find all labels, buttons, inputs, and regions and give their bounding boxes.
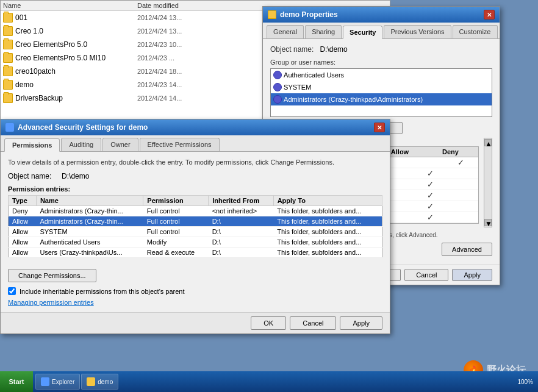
adv-object-name-label: Object name: (8, 172, 51, 180)
entry-inherited: D:\ (209, 248, 274, 258)
advanced-close-button[interactable]: ✕ (374, 123, 385, 132)
user-icon (273, 83, 282, 91)
properties-tabs: General Sharing Security Previous Versio… (263, 23, 500, 39)
folder-icon (3, 66, 13, 76)
tab-previous-versions[interactable]: Previous Versions (384, 25, 451, 38)
entry-permission: Modify (143, 237, 209, 248)
group-label: Group or user names: (270, 59, 492, 66)
advanced-button[interactable]: Advanced (442, 243, 492, 256)
folder-icon (3, 26, 13, 36)
user-item[interactable]: SYSTEM (271, 81, 492, 93)
adv-ok-button[interactable]: OK (251, 316, 286, 330)
taskbar-right: 100% (512, 379, 538, 385)
perm-entries-label: Permission entries: (8, 185, 382, 193)
entry-inherited: D:\ (209, 227, 274, 237)
folder-icon (3, 93, 13, 103)
folder-icon (3, 53, 13, 63)
taskbar-item[interactable]: Explorer (35, 374, 80, 390)
tab-sharing[interactable]: Sharing (305, 25, 342, 38)
object-name-value: D:\demo (320, 45, 347, 54)
col-permission: Permission (143, 196, 209, 206)
entry-type: Allow (9, 227, 37, 237)
table-row[interactable]: Allow SYSTEM Full control D:\ This folde… (9, 227, 382, 237)
scrollbar-down[interactable]: ▼ (484, 219, 492, 226)
col-type: Type (9, 196, 37, 206)
user-item-selected[interactable]: Administrators (Crazy-thinkpad\Administr… (271, 93, 492, 105)
entry-name: Authenticated Users (36, 237, 143, 248)
table-header-row: Type Name Permission Inherited From Appl… (9, 196, 382, 206)
tab-customize[interactable]: Customize (453, 25, 498, 38)
properties-close-button[interactable]: ✕ (484, 10, 495, 20)
tab-owner[interactable]: Owner (102, 138, 138, 151)
advanced-security-dialog: Advanced Security Settings for demo ✕ Pe… (0, 119, 390, 334)
entry-name: Administrators (Crazy-thin... (36, 206, 143, 216)
object-name-row: Object name: D:\demo (270, 45, 492, 54)
tab-effective-permissions[interactable]: Effective Permissions (140, 138, 220, 151)
info-text: To view details of a permission entry, d… (8, 158, 382, 167)
entry-permission: Full control (143, 227, 209, 237)
adv-object-name-value: D:\demo (62, 172, 89, 180)
entry-apply-to: This folder, subfolders and... (273, 227, 382, 237)
col-name: Name (36, 196, 143, 206)
object-name-label: Object name: (270, 45, 314, 54)
inherit-row: Include inheritable permissions from thi… (8, 287, 382, 295)
change-perm-row: Change Permissions... (8, 263, 382, 282)
entry-apply-to: This folder, subfolders and... (273, 237, 382, 248)
adv-apply-button[interactable]: Apply (340, 316, 382, 330)
advanced-body: To view details of a permission entry, d… (1, 152, 390, 312)
explorer-icon (41, 377, 49, 386)
inherit-checkbox[interactable] (8, 287, 16, 295)
entry-permission: Full control (143, 216, 209, 227)
entry-inherited: D:\ (209, 237, 274, 248)
clock: 100% (517, 379, 533, 385)
scrollbar[interactable]: ▲ ▼ (484, 138, 492, 227)
scrollbar-up[interactable]: ▲ (484, 139, 492, 146)
manage-link[interactable]: Managing permission entries (8, 299, 382, 306)
taskbar-items: Explorer demo (33, 371, 512, 392)
table-row-selected[interactable]: Allow Administrators (Crazy-thin... Full… (9, 216, 382, 227)
perm-col-deny: Deny (425, 148, 476, 155)
adv-object-name-row: Object name: D:\demo (8, 172, 382, 180)
col-apply-to: Apply To (273, 196, 382, 206)
entry-apply-to: This folder, subfolders and... (273, 216, 382, 227)
table-row[interactable]: Allow Authenticated Users Modify D:\ Thi… (9, 237, 382, 248)
user-icon (273, 71, 282, 79)
entry-type: Allow (9, 248, 37, 258)
inherit-label: Include inheritable permissions from thi… (20, 288, 185, 295)
col-name-header: Name (3, 2, 137, 9)
advanced-title: Advanced Security Settings for demo (18, 123, 148, 132)
user-item[interactable]: Authenticated Users (271, 69, 492, 81)
folder-icon (3, 80, 13, 90)
entry-type: Allow (9, 216, 37, 227)
taskbar-item[interactable]: demo (81, 374, 118, 390)
entry-apply-to: This folder, subfolders and... (273, 248, 382, 258)
entry-type: Deny (9, 206, 37, 216)
entry-inherited: <not inherited> (209, 206, 274, 216)
properties-titlebar: demo Properties ✕ (263, 7, 500, 23)
start-button[interactable]: Start (0, 371, 33, 392)
tab-security[interactable]: Security (343, 26, 382, 39)
folder-icon (87, 377, 95, 386)
cancel-button[interactable]: Cancel (404, 269, 448, 281)
advanced-titlebar: Advanced Security Settings for demo ✕ (1, 119, 390, 135)
entry-permission: Full control (143, 206, 209, 216)
change-permissions-button[interactable]: Change Permissions... (8, 269, 96, 282)
folder-icon (3, 40, 13, 49)
tab-auditing[interactable]: Auditing (61, 138, 101, 151)
col-date-header: Date modified (137, 2, 247, 9)
tab-permissions[interactable]: Permissions (4, 138, 60, 152)
folder-icon (268, 10, 276, 19)
entry-type: Allow (9, 237, 37, 248)
entry-apply-to: This folder, subfolders and... (273, 206, 382, 216)
advanced-footer: OK Cancel Apply (1, 312, 390, 333)
settings-link-text: Advanced. (409, 232, 437, 238)
entry-name: Users (Crazy-thinkpad\Us... (36, 248, 143, 258)
user-icon (273, 95, 282, 104)
apply-button[interactable]: Apply (452, 269, 492, 281)
adv-cancel-button[interactable]: Cancel (290, 316, 336, 330)
table-row[interactable]: Deny Administrators (Crazy-thin... Full … (9, 206, 382, 216)
users-list[interactable]: Authenticated Users SYSTEM Administrator… (270, 68, 492, 117)
properties-title: demo Properties (280, 10, 484, 19)
table-row[interactable]: Allow Users (Crazy-thinkpad\Us... Read &… (9, 248, 382, 258)
tab-general[interactable]: General (267, 25, 304, 38)
